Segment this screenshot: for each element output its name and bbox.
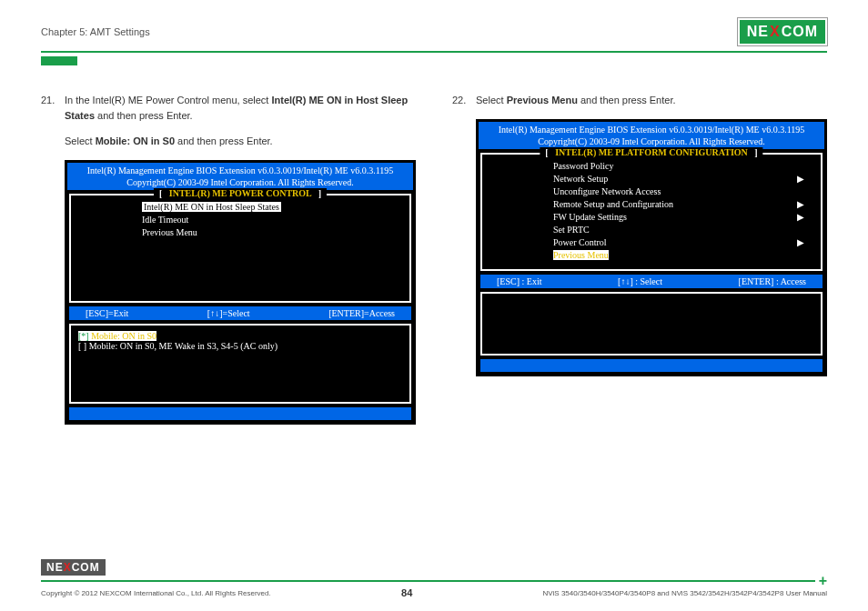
header-tab [41, 56, 77, 65]
bios-screen-left: Intel(R) Management Engine BIOS Extensio… [65, 160, 416, 425]
footer-plus-icon: + [819, 577, 827, 585]
bios-item-power-control[interactable]: Power Control [553, 236, 607, 249]
bios-bottom-bar [69, 407, 411, 420]
bios-item-network-setup[interactable]: Network Setup [553, 173, 608, 185]
content-columns: 21. In the Intel(R) ME Power Control men… [41, 93, 827, 425]
bios-banner: Intel(R) Management Engine BIOS Extensio… [67, 163, 413, 190]
footer-nexcom-logo: NEXCOM [41, 559, 106, 576]
bios-menu: Password Policy Network Setup▶ Unconfigu… [490, 160, 813, 262]
bios-menu: Intel(R) ME ON in Host Sleep States Idle… [78, 201, 402, 294]
bios-options-section: [*] Mobile: ON in S0 [ ] Mobile: ON in S… [69, 324, 411, 404]
manual-name: NViS 3540/3540H/3540P4/3540P8 and NViS 3… [543, 589, 827, 597]
right-column: 22. Select Previous Menu and then press … [452, 93, 827, 425]
bios-item-previous-menu[interactable]: Previous Menu [142, 226, 402, 239]
step-22: 22. Select Previous Menu and then press … [452, 93, 827, 108]
bios-item-previous-menu-selected[interactable]: Previous Menu [553, 250, 609, 260]
arrow-right-icon: ▶ [797, 236, 804, 249]
page-number: 84 [401, 587, 412, 598]
page-footer: NEXCOM + Copyright © 2012 NEXCOM Interna… [41, 559, 827, 598]
page-header: Chapter 5: AMT Settings NEXCOM [41, 18, 827, 45]
bios-section-title: [ INTEL(R) ME PLATFORM CONFIGURATION ] [540, 147, 762, 157]
bios-item-unconfigure-network[interactable]: Unconfigure Network Access [553, 185, 813, 198]
bios-item-remote-setup[interactable]: Remote Setup and Configuration [553, 198, 673, 211]
bios-platform-config-section: [ INTEL(R) ME PLATFORM CONFIGURATION ] P… [480, 153, 823, 271]
bios-bottom-bar [480, 359, 823, 372]
bios-item-host-sleep[interactable]: Intel(R) ME ON in Host Sleep States [142, 202, 281, 212]
bios-screen-right: Intel(R) Management Engine BIOS Extensio… [476, 119, 827, 376]
bios-item-fw-update[interactable]: FW Update Settings [553, 211, 627, 224]
arrow-right-icon: ▶ [797, 173, 804, 185]
bios-power-control-section: [ INTEL(R) ME POWER CONTROL ] Intel(R) M… [69, 194, 411, 303]
bios-empty-section [480, 292, 823, 356]
footer-rule [41, 580, 815, 582]
bios-item-password-policy[interactable]: Password Policy [553, 160, 813, 173]
bios-section-title: [ INTEL(R) ME POWER CONTROL ] [154, 188, 327, 198]
chapter-title: Chapter 5: AMT Settings [41, 26, 150, 37]
bios-option-mobile-wake[interactable]: [ ] Mobile: ON in S0, ME Wake in S3, S4-… [78, 341, 402, 351]
copyright-text: Copyright © 2012 NEXCOM International Co… [41, 589, 271, 597]
arrow-right-icon: ▶ [797, 198, 804, 211]
arrow-right-icon: ▶ [797, 211, 804, 224]
nexcom-logo: NEXCOM [738, 18, 827, 45]
logo-top: NEXCOM [738, 18, 827, 45]
bios-item-idle-timeout[interactable]: Idle Timeout [142, 214, 402, 226]
header-rule [41, 51, 827, 53]
bios-banner: Intel(R) Management Engine BIOS Extensio… [479, 122, 824, 149]
step-21: 21. In the Intel(R) ME Power Control men… [41, 93, 416, 149]
bios-item-set-prtc[interactable]: Set PRTC [553, 224, 813, 236]
left-column: 21. In the Intel(R) ME Power Control men… [41, 93, 416, 425]
bios-option-mobile-s0[interactable]: [*] Mobile: ON in S0 [78, 331, 402, 341]
bios-keyrow: [ESC]=Exit [↑↓]=Select [ENTER]=Access [69, 306, 411, 320]
bios-keyrow: [ESC] : Exit [↑↓] : Select [ENTER] : Acc… [480, 275, 823, 288]
